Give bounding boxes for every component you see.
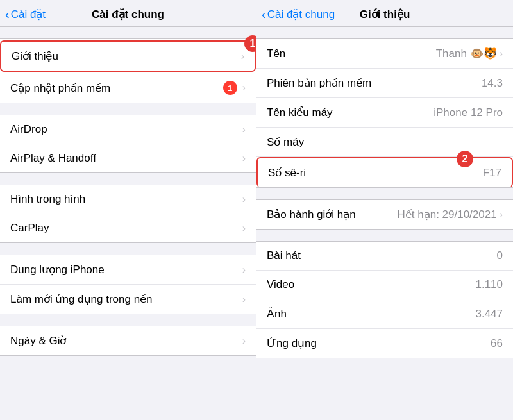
anh-value-wrap: 3.447 <box>475 308 503 321</box>
dung-luong-chevron: › <box>242 264 246 276</box>
airdrop-right: › <box>242 124 246 135</box>
video-item: Video 1.110 <box>256 271 513 299</box>
spacer-2 <box>0 103 256 115</box>
bao-hanh-value: Hết hạn: 29/10/2021 <box>398 208 497 221</box>
hinh-trong-hinh-label: Hình trong hình <box>10 193 85 206</box>
right-back-label: Cài đặt chung <box>267 8 335 21</box>
video-value: 1.110 <box>475 278 503 291</box>
ten-kieu-may-value: iPhone 12 Pro <box>433 106 503 119</box>
right-spacer-2 <box>256 188 513 199</box>
video-label: Video <box>267 278 294 291</box>
phien-ban-value-wrap: 14.3 <box>482 77 503 90</box>
dung-luong-item[interactable]: Dung lượng iPhone › <box>0 255 256 285</box>
group-1: Giới thiệu › 1 Cập nhật phần mềm 1 › <box>0 38 256 103</box>
ung-dung-value: 66 <box>491 337 503 350</box>
right-nav-title: Giới thiệu <box>360 8 410 21</box>
right-panel: ‹ Cài đặt chung Giới thiệu Tên Thanh 🐵🐯 … <box>256 0 513 420</box>
back-chevron-icon: ‹ <box>5 8 10 21</box>
anh-label: Ảnh <box>267 307 287 321</box>
airdrop-chevron: › <box>242 124 246 135</box>
anh-item: Ảnh 3.447 <box>256 299 513 329</box>
cap-nhat-item[interactable]: Cập nhật phần mềm 1 › <box>0 73 256 103</box>
gioi-thieu-item[interactable]: Giới thiệu › <box>0 40 256 72</box>
ngay-gio-chevron: › <box>242 335 246 347</box>
bai-hat-label: Bài hát <box>267 249 301 262</box>
left-back-label: Cài đặt <box>11 8 46 21</box>
phien-ban-value: 14.3 <box>482 77 503 90</box>
so-may-label: Số máy <box>267 135 304 149</box>
carplay-right: › <box>242 223 246 234</box>
gioi-thieu-chevron: › <box>241 51 244 62</box>
carplay-item[interactable]: CarPlay › <box>0 214 256 242</box>
airplay-chevron: › <box>242 153 246 164</box>
gioi-thieu-wrapper: Giới thiệu › 1 <box>0 40 256 72</box>
group-2: AirDrop › AirPlay & Handoff › <box>0 115 256 173</box>
right-group-3: Bài hát 0 Video 1.110 Ảnh 3.447 Ứng dụng <box>256 241 513 358</box>
anh-value: 3.447 <box>475 308 503 321</box>
ten-chevron: › <box>500 48 503 60</box>
ten-item[interactable]: Tên Thanh 🐵🐯 › <box>256 39 513 69</box>
bai-hat-value: 0 <box>497 249 503 262</box>
lam-moi-chevron: › <box>242 294 246 305</box>
ngay-gio-item[interactable]: Ngày & Giờ › <box>0 326 256 355</box>
step2-badge: 2 <box>457 151 473 167</box>
left-back-button[interactable]: ‹ Cài đặt <box>5 8 46 21</box>
right-nav-bar: ‹ Cài đặt chung Giới thiệu <box>256 0 513 27</box>
so-se-ri-item: 2 Số sê-ri F17 <box>256 157 513 187</box>
ten-label: Tên <box>267 47 285 60</box>
ten-kieu-may-item: Tên kiểu máy iPhone 12 Pro <box>256 98 513 128</box>
so-se-ri-value-wrap: F17 <box>483 167 501 180</box>
ngay-gio-label: Ngày & Giờ <box>10 334 66 348</box>
dung-luong-label: Dung lượng iPhone <box>10 263 105 276</box>
right-back-button[interactable]: ‹ Cài đặt chung <box>262 8 335 21</box>
ten-value: Thanh 🐵🐯 <box>436 47 497 60</box>
bai-hat-value-wrap: 0 <box>497 249 503 262</box>
hinh-trong-hinh-right: › <box>242 194 246 205</box>
gioi-thieu-right: › <box>241 51 244 62</box>
lam-moi-item[interactable]: Làm mới ứng dụng trong nền › <box>0 285 256 314</box>
hinh-trong-hinh-item[interactable]: Hình trong hình › <box>0 185 256 214</box>
ung-dung-item: Ứng dụng 66 <box>256 329 513 358</box>
phien-ban-label: Phiên bản phần mềm <box>267 76 371 90</box>
so-se-ri-label: Số sê-ri <box>268 166 306 180</box>
airdrop-label: AirDrop <box>10 123 47 136</box>
video-value-wrap: 1.110 <box>475 278 503 291</box>
group-5: Ngày & Giờ › <box>0 326 256 356</box>
left-settings-list: Giới thiệu › 1 Cập nhật phần mềm 1 › Ai <box>0 27 256 420</box>
group-4: Dung lượng iPhone › Làm mới ứng dụng tro… <box>0 255 256 314</box>
carplay-chevron: › <box>242 223 246 234</box>
right-settings-list: Tên Thanh 🐵🐯 › Phiên bản phần mềm 14.3 T… <box>256 27 513 420</box>
spacer-5 <box>0 314 256 326</box>
airplay-item[interactable]: AirPlay & Handoff › <box>0 144 256 172</box>
right-group-1: Tên Thanh 🐵🐯 › Phiên bản phần mềm 14.3 T… <box>256 38 513 188</box>
bao-hanh-value-wrap: Hết hạn: 29/10/2021 › <box>398 208 503 221</box>
airplay-label: AirPlay & Handoff <box>10 152 96 165</box>
bai-hat-item: Bài hát 0 <box>256 242 513 271</box>
so-may-item: Số máy <box>256 128 513 157</box>
cap-nhat-badge: 1 <box>223 81 237 95</box>
phien-ban-item: Phiên bản phần mềm 14.3 <box>256 69 513 98</box>
spacer-1 <box>0 27 256 38</box>
airdrop-item[interactable]: AirDrop › <box>0 115 256 144</box>
hinh-trong-hinh-chevron: › <box>242 194 246 205</box>
ung-dung-label: Ứng dụng <box>267 337 317 350</box>
left-panel: ‹ Cài đặt Cài đặt chung Giới thiệu › 1 C… <box>0 0 256 420</box>
right-spacer-3 <box>256 230 513 241</box>
gioi-thieu-label: Giới thiệu <box>12 49 58 63</box>
cap-nhat-label: Cập nhật phần mềm <box>10 81 110 95</box>
ngay-gio-right: › <box>242 335 246 347</box>
so-se-ri-value: F17 <box>483 167 501 180</box>
bao-hanh-item[interactable]: Bảo hành giới hạn Hết hạn: 29/10/2021 › <box>256 200 513 229</box>
cap-nhat-right: 1 › <box>223 81 246 95</box>
lam-moi-right: › <box>242 294 246 305</box>
right-spacer-1 <box>256 27 513 38</box>
right-back-chevron-icon: ‹ <box>262 8 266 21</box>
right-group-2: Bảo hành giới hạn Hết hạn: 29/10/2021 › <box>256 199 513 230</box>
left-nav-bar: ‹ Cài đặt Cài đặt chung <box>0 0 256 27</box>
left-nav-title: Cài đặt chung <box>92 8 164 21</box>
group-3: Hình trong hình › CarPlay › <box>0 185 256 243</box>
bao-hanh-label: Bảo hành giới hạn <box>267 208 356 221</box>
carplay-label: CarPlay <box>10 222 49 235</box>
spacer-3 <box>0 173 256 185</box>
ten-kieu-may-value-wrap: iPhone 12 Pro <box>433 106 503 119</box>
